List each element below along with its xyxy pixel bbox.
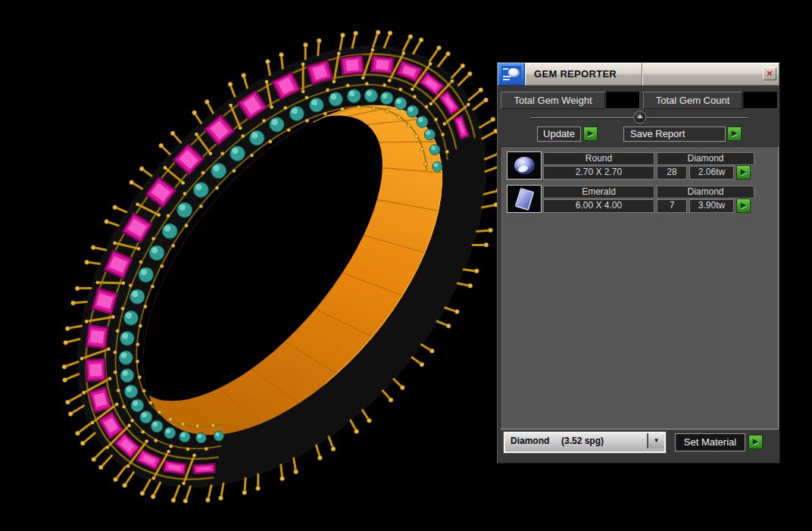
- gem-material: Diamond: [657, 186, 754, 198]
- material-dropdown-value: Diamond: [511, 436, 549, 446]
- gem-reporter-panel: GEM REPORTER ✕ Total Gem Weight 5.96 Tot…: [497, 62, 780, 464]
- gem-size: 6.00 X 4.00: [543, 199, 654, 213]
- total-gem-count-value: 35: [743, 92, 778, 109]
- gem-count: 28: [657, 166, 687, 180]
- gem-shape: Emerald: [543, 186, 654, 198]
- emerald-gem-icon: [507, 185, 542, 213]
- gem-reporter-icon: [498, 63, 525, 86]
- update-button[interactable]: Update: [537, 127, 581, 142]
- gem-size: 2.70 X 2.70: [543, 166, 654, 180]
- gem-list-area: Round Diamond 2.70 X 2.70 28 2.06tw ▶ Em…: [500, 146, 779, 429]
- material-dropdown-detail: (3.52 spg): [561, 436, 604, 446]
- titlebar-spacer: ✕: [642, 63, 779, 86]
- gem-count: 7: [657, 199, 687, 213]
- gem-weight: 2.06tw: [689, 166, 734, 180]
- gem-material: Diamond: [657, 152, 754, 165]
- update-go-icon[interactable]: ▶: [583, 127, 598, 141]
- panel-title: GEM REPORTER: [525, 63, 642, 86]
- gem-row-round[interactable]: Round Diamond 2.70 X 2.70 28 2.06tw ▶: [501, 151, 778, 180]
- material-dropdown[interactable]: Diamond (3.52 spg) ▼: [504, 432, 666, 453]
- save-report-button[interactable]: Save Report: [623, 127, 726, 142]
- gem-row-go-icon[interactable]: ▶: [736, 198, 751, 213]
- application-window: GEM REPORTER ✕ Total Gem Weight 5.96 Tot…: [0, 0, 812, 531]
- slider-knob[interactable]: [633, 111, 646, 123]
- set-material-button[interactable]: Set Material: [675, 433, 745, 451]
- total-gem-weight-label: Total Gem Weight: [501, 92, 605, 109]
- round-gem-icon: [507, 151, 542, 180]
- close-icon[interactable]: ✕: [763, 67, 776, 80]
- panel-titlebar[interactable]: GEM REPORTER ✕: [498, 63, 779, 86]
- chevron-down-icon[interactable]: ▼: [647, 433, 664, 448]
- gem-weight: 3.90tw: [689, 199, 734, 213]
- gem-row-go-icon[interactable]: ▶: [736, 165, 751, 180]
- gem-shape: Round: [543, 152, 654, 165]
- gem-row-emerald[interactable]: Emerald Diamond 6.00 X 4.00 7 3.90tw ▶: [501, 184, 778, 213]
- total-gem-count-label: Total Gem Count: [643, 92, 742, 109]
- set-material-go-icon[interactable]: ▶: [748, 435, 763, 449]
- bangle-3d-view[interactable]: [0, 0, 497, 531]
- save-report-go-icon[interactable]: ▶: [727, 127, 742, 141]
- total-gem-weight-value: 5.96: [606, 92, 640, 109]
